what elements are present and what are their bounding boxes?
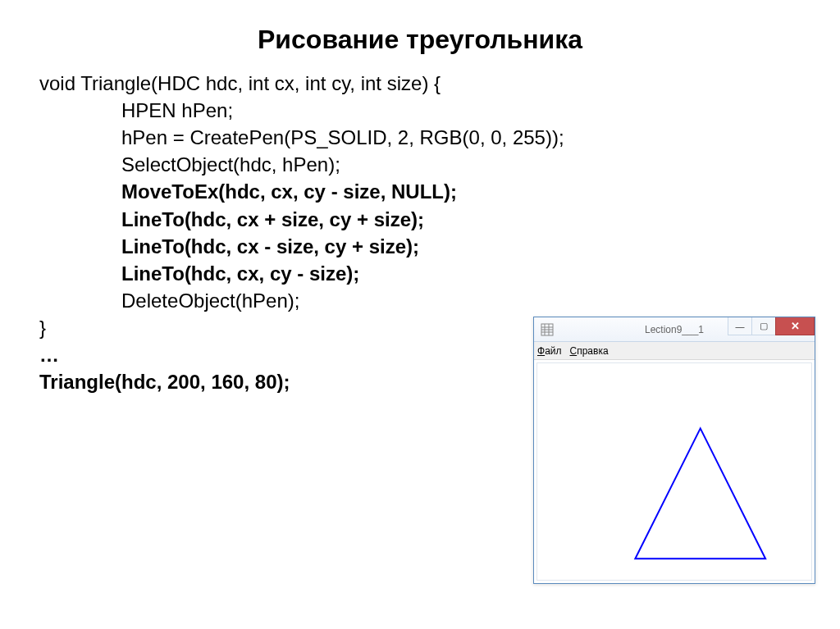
menu-help[interactable]: Справка [570, 345, 609, 357]
slide-title: Рисование треугольника [0, 0, 840, 70]
titlebar[interactable]: Lection9___1 — ▢ ✕ [534, 317, 815, 342]
app-window: Lection9___1 — ▢ ✕ Файл Справка [533, 317, 815, 584]
window-controls: — ▢ ✕ [728, 317, 815, 335]
maximize-button[interactable]: ▢ [751, 317, 776, 335]
menu-help-rest: правка [577, 345, 608, 357]
menubar: Файл Справка [534, 342, 815, 360]
code-line: SelectObject(hdc, hPen); [39, 151, 840, 178]
code-line: LineTo(hdc, cx, cy - size); [39, 260, 840, 287]
code-line: LineTo(hdc, cx - size, cy + size); [39, 233, 840, 260]
code-line: DeleteObject(hPen); [39, 287, 840, 314]
svg-marker-6 [635, 428, 765, 558]
menu-help-accel: С [570, 345, 578, 357]
code-line: MoveToEx(hdc, cx, cy - size, NULL); [39, 178, 840, 205]
code-line: LineTo(hdc, cx + size, cy + size); [39, 206, 840, 233]
code-line: HPEN hPen; [39, 97, 840, 124]
app-icon [541, 323, 554, 336]
code-line: void Triangle(HDC hdc, int cx, int cy, i… [39, 70, 840, 97]
minimize-button[interactable]: — [728, 317, 752, 335]
menu-file[interactable]: Файл [537, 345, 562, 357]
code-line: hPen = CreatePen(PS_SOLID, 2, RGB(0, 0, … [39, 124, 840, 151]
close-button[interactable]: ✕ [775, 317, 815, 335]
menu-file-accel: Ф [537, 345, 545, 357]
client-area [536, 362, 812, 581]
menu-file-rest: айл [545, 345, 561, 357]
triangle-drawing [537, 363, 811, 580]
